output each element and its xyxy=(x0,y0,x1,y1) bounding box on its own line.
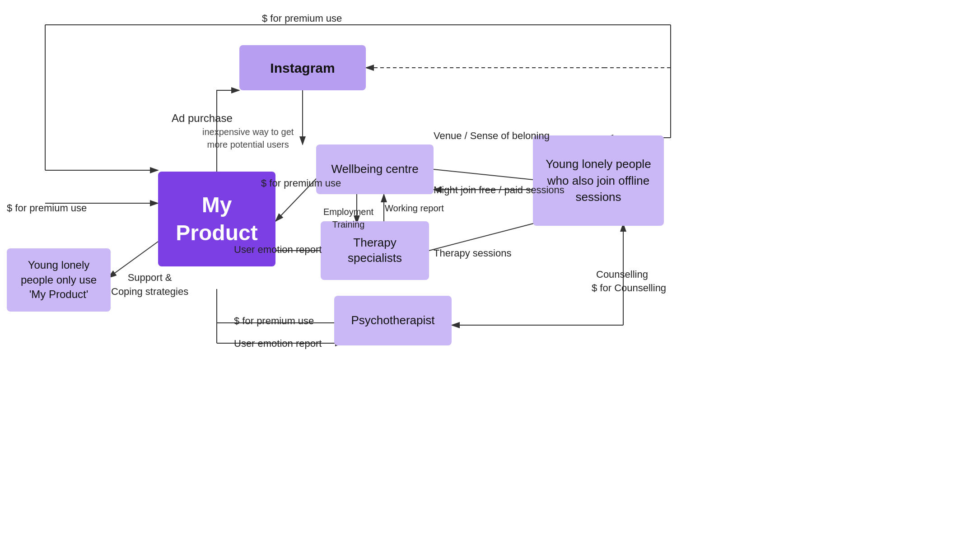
label-user-emotion-2: User emotion report xyxy=(234,338,322,350)
psychotherapist-node: Psychotherapist xyxy=(334,296,452,345)
label-employment-training: EmploymentTraining xyxy=(323,205,373,231)
label-premium-left: $ for premium use xyxy=(7,202,87,214)
label-inexpensive: inexpensive way to getmore potential use… xyxy=(202,126,294,151)
label-support-coping: Support &Coping strategies xyxy=(111,271,188,299)
label-premium-wellbeing: $ for premium use xyxy=(261,177,341,189)
label-might-join: Might join free / paid sessions xyxy=(434,184,565,196)
young-lonely-offline-node: Young lonely people who also join offlin… xyxy=(533,135,664,226)
label-counselling: Counselling xyxy=(596,269,648,280)
label-premium-psycho: $ for premium use xyxy=(234,315,314,327)
diagram-container: Instagram My Product Wellbeing centre Th… xyxy=(0,0,980,550)
label-venue-sense: Venue / Sense of beloning xyxy=(434,130,550,142)
label-ad-purchase: Ad purchase xyxy=(172,112,233,125)
young-lonely-only-node: Young lonely people only use 'My Product… xyxy=(7,248,111,312)
label-working-report: Working report xyxy=(385,203,444,214)
instagram-node: Instagram xyxy=(239,45,366,90)
svg-line-15 xyxy=(429,221,542,251)
label-user-emotion-1: User emotion report xyxy=(234,244,322,256)
label-therapy-sessions: Therapy sessions xyxy=(434,247,511,259)
svg-line-10 xyxy=(434,169,542,181)
label-for-counselling: $ for Counselling xyxy=(592,282,666,294)
label-premium-top: $ for premium use xyxy=(262,13,342,24)
